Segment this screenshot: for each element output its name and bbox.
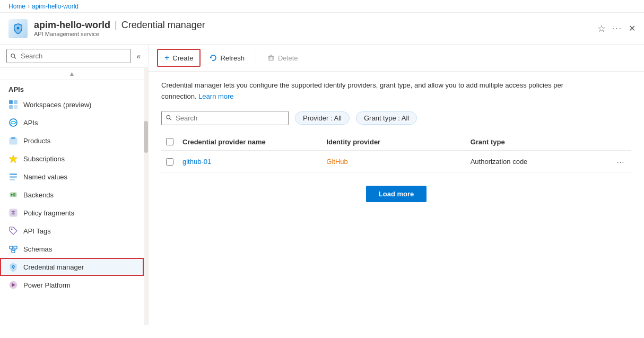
table-row: github-01 GitHub Authorization code ··· [161,151,631,173]
svg-rect-4 [14,100,18,104]
close-button[interactable]: ✕ [629,23,636,33]
svg-marker-10 [9,155,18,163]
grant-type-filter-pill[interactable]: Grant type : All [356,111,417,125]
sidebar-section-header: APIs [0,80,144,96]
breadcrumb-home[interactable]: Home [8,3,25,10]
credential-table: Credential provider name Identity provid… [161,134,631,173]
sidebar-item-subscriptions[interactable]: Subscriptions [0,150,144,168]
main-content: + Create Refresh Delete [149,45,644,325]
svg-rect-9 [11,137,15,139]
service-title-area: apim-hello-world | Credential manager AP… [34,20,205,37]
service-name: Credential manager [121,20,205,31]
toolbar-divider [256,51,256,64]
svg-point-20 [11,229,13,230]
main-layout: « ▲ APIs Workspaces (preview) [0,45,644,325]
svg-rect-22 [14,246,17,249]
scroll-up-area: ▲ [0,68,144,80]
favorite-button[interactable]: ☆ [597,23,606,34]
table-row-checkbox[interactable] [166,158,173,166]
credential-manager-icon [8,262,18,272]
svg-rect-13 [10,179,15,180]
refresh-label: Refresh [220,54,245,62]
table-cell-identity: GitHub [322,158,466,166]
named-values-icon [8,172,18,181]
sidebar-item-workspaces-label: Workspaces (preview) [23,101,91,109]
row-more-options-button[interactable]: ··· [614,157,628,167]
sidebar-item-policy-fragments[interactable]: Policy fragments [0,204,144,222]
toolbar: + Create Refresh Delete [149,45,644,72]
sidebar-search-icon [10,53,17,59]
table-row-checkbox-cell [161,158,178,166]
learn-more-link[interactable]: Learn more [198,92,233,100]
sidebar-item-products[interactable]: Products [0,132,144,150]
title-separator: | [115,20,117,31]
sidebar-item-credential-manager-label: Credential manager [23,263,84,271]
sidebar-item-named-values[interactable]: Named values [0,168,144,186]
delete-icon [267,54,275,62]
delete-button[interactable]: Delete [260,50,305,66]
create-plus-icon: + [164,53,169,63]
credential-provider-link[interactable]: github-01 [182,158,211,166]
delete-label: Delete [278,54,298,62]
svg-point-0 [17,27,20,29]
sidebar-search-area: « [0,45,148,68]
apis-icon [8,118,18,127]
sidebar-item-policy-fragments-label: Policy fragments [23,209,74,217]
sidebar-item-api-tags-label: API Tags [23,227,51,235]
content-search-input[interactable] [161,111,289,125]
sidebar-item-apis[interactable]: APIs [0,114,144,132]
table-select-all-checkbox[interactable] [166,138,173,145]
sidebar-collapse-button[interactable]: « [133,50,144,63]
sidebar-item-named-values-label: Named values [23,173,67,181]
service-logo [8,19,28,38]
sidebar-search-input[interactable] [6,49,131,63]
sidebar-item-schemas-label: Schemas [23,245,52,253]
svg-rect-31 [269,56,273,60]
sidebar-item-credential-manager[interactable]: Credential manager [0,258,144,276]
table-column-name: Credential provider name [178,138,322,146]
breadcrumb-separator: › [28,3,30,10]
provider-filter-pill[interactable]: Provider : All [295,111,350,125]
content-area: Credential manager lets you configure th… [149,72,644,325]
svg-rect-21 [10,246,13,249]
breadcrumb: Home › apim-hello-world [0,0,644,13]
table-header-row: Credential provider name Identity provid… [161,134,631,151]
sidebar-nav: ▲ APIs Workspaces (preview) APIs [0,68,144,325]
sidebar-scrollbar[interactable] [144,68,148,325]
svg-rect-3 [9,100,13,104]
sidebar-item-subscriptions-label: Subscriptions [23,155,65,163]
sidebar-item-power-platform[interactable]: Power Platform [0,276,144,294]
sidebar-item-power-platform-label: Power Platform [23,281,71,289]
sidebar-item-workspaces[interactable]: Workspaces (preview) [0,96,144,114]
refresh-icon [210,54,217,62]
backends-icon [8,190,18,200]
sidebar-item-api-tags[interactable]: API Tags [0,222,144,240]
svg-point-1 [11,54,15,57]
load-more-button[interactable]: Load more [366,186,427,202]
more-options-button[interactable]: ··· [612,24,622,33]
svg-rect-5 [9,105,13,109]
sidebar-item-backends[interactable]: Backends [0,186,144,204]
svg-rect-12 [10,176,17,178]
schemas-icon [8,244,18,254]
shield-icon [12,23,24,34]
table-header-checkbox-cell [161,138,178,145]
sidebar-scrollbar-thumb[interactable] [144,121,148,153]
sidebar: « ▲ APIs Workspaces (preview) [0,45,149,325]
policy-fragments-icon [8,208,18,218]
table-cell-name: github-01 [178,158,322,166]
svg-point-15 [11,194,13,196]
create-label: Create [172,54,193,62]
svg-line-37 [170,118,171,120]
sidebar-item-schemas[interactable]: Schemas [0,240,144,258]
table-cell-grant-type: Authorization code [466,158,610,166]
create-button[interactable]: + Create [157,49,201,67]
svg-line-2 [14,57,16,58]
svg-rect-6 [14,105,18,109]
table-row-actions-cell: ··· [610,157,631,167]
breadcrumb-current[interactable]: apim-hello-world [32,3,79,10]
sidebar-item-products-label: Products [23,137,50,145]
table-column-identity: Identity provider [322,138,466,146]
load-more-area: Load more [161,186,631,202]
refresh-button[interactable]: Refresh [203,50,251,66]
